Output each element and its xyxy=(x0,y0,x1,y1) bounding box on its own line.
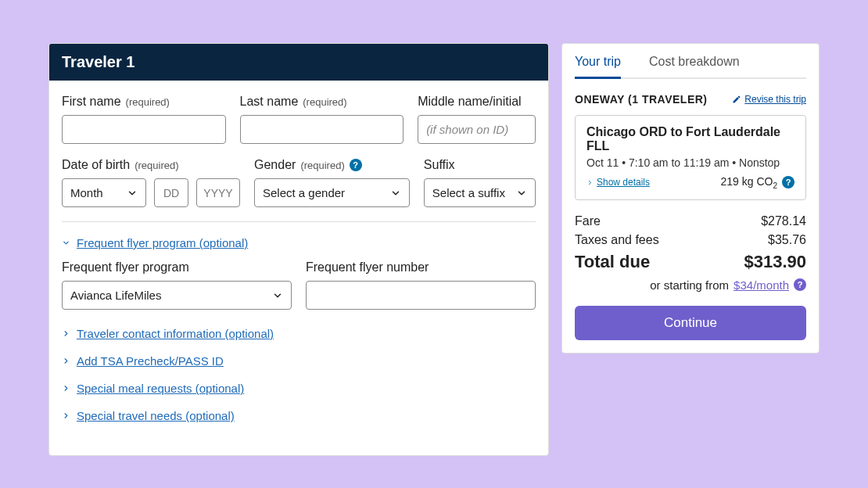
first-name-label: First name (required) xyxy=(62,95,226,109)
middle-name-label: Middle name/initial xyxy=(418,95,536,109)
ff-program-accordion[interactable]: Frequent flyer program (optional) xyxy=(62,236,536,249)
route-text: Chicago ORD to Fort Lauderdale FLL xyxy=(586,125,794,153)
chevron-down-icon xyxy=(127,188,138,199)
route-details: Oct 11 • 7:10 am to 11:19 am • Nonstop xyxy=(586,156,794,169)
ff-number-label: Frequent flyer number xyxy=(306,260,536,274)
contact-info-accordion[interactable]: Traveler contact information (optional) xyxy=(62,327,536,340)
total-row: Total due $313.90 xyxy=(575,252,806,272)
last-name-label: Last name (required) xyxy=(240,95,404,109)
monthly-row: or starting from $34/month ? xyxy=(575,278,806,292)
chevron-right-icon xyxy=(62,411,70,420)
dob-month-select[interactable]: Month xyxy=(62,178,146,207)
monthly-link[interactable]: $34/month xyxy=(733,278,789,292)
monthly-help-icon[interactable]: ? xyxy=(794,278,806,291)
show-details-link[interactable]: Show details xyxy=(586,177,650,188)
ff-program-select[interactable]: Avianca LifeMiles xyxy=(62,281,292,310)
ff-program-label: Frequent flyer program xyxy=(62,260,292,274)
chevron-right-icon xyxy=(586,179,594,186)
gender-select[interactable]: Select a gender xyxy=(254,178,410,207)
tab-your-trip[interactable]: Your trip xyxy=(575,55,621,79)
co2-label: 219 kg CO2 ? xyxy=(721,175,795,190)
chevron-down-icon xyxy=(272,290,283,301)
last-name-input[interactable] xyxy=(240,115,404,144)
divider xyxy=(62,221,536,222)
chevron-down-icon xyxy=(62,239,70,247)
trip-card: Chicago ORD to Fort Lauderdale FLL Oct 1… xyxy=(575,115,806,200)
middle-name-input[interactable] xyxy=(418,115,536,144)
taxes-row: Taxes and fees $35.76 xyxy=(575,233,806,247)
form-header: Traveler 1 xyxy=(49,44,548,81)
continue-button[interactable]: Continue xyxy=(575,306,806,340)
trip-summary-panel: Your trip Cost breakdown ONEWAY (1 TRAVE… xyxy=(561,43,820,353)
ff-number-input[interactable] xyxy=(306,281,536,310)
suffix-label: Suffix xyxy=(424,158,536,172)
dob-day-input[interactable] xyxy=(154,178,188,207)
chevron-down-icon xyxy=(516,188,527,199)
dob-label: Date of birth (required) xyxy=(62,158,240,172)
chevron-right-icon xyxy=(62,329,70,338)
chevron-right-icon xyxy=(62,357,70,365)
chevron-right-icon xyxy=(62,384,70,393)
tsa-accordion[interactable]: Add TSA Precheck/PASS ID xyxy=(62,354,536,368)
gender-label: Gender (required) ? xyxy=(254,158,410,172)
fare-row: Fare $278.14 xyxy=(575,214,806,228)
gender-help-icon[interactable]: ? xyxy=(350,159,362,171)
traveler-form-panel: Traveler 1 First name (required) Last na… xyxy=(48,43,549,456)
meal-accordion[interactable]: Special meal requests (optional) xyxy=(62,382,536,395)
trip-type-label: ONEWAY (1 TRAVELER) xyxy=(575,93,708,106)
chevron-down-icon xyxy=(390,188,401,199)
first-name-input[interactable] xyxy=(62,115,226,144)
tab-cost-breakdown[interactable]: Cost breakdown xyxy=(649,55,740,79)
co2-help-icon[interactable]: ? xyxy=(782,176,794,188)
revise-trip-link[interactable]: Revise this trip xyxy=(732,94,806,105)
suffix-select[interactable]: Select a suffix xyxy=(424,178,536,207)
edit-icon xyxy=(732,95,741,104)
dob-year-input[interactable] xyxy=(196,178,240,207)
needs-accordion[interactable]: Special travel needs (optional) xyxy=(62,409,536,422)
